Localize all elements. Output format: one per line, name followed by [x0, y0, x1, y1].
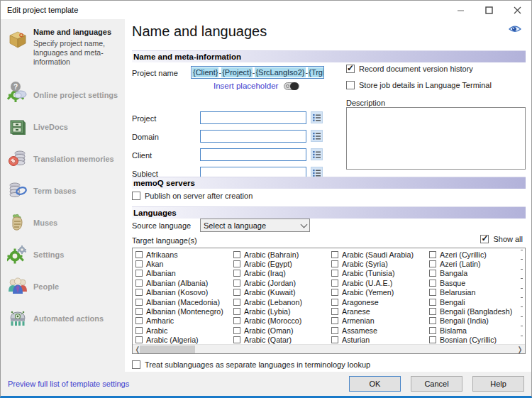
language-option[interactable]: Arabic — [135, 326, 233, 335]
store-job-row[interactable]: Store job details in Language Terminal — [346, 81, 492, 89]
language-option[interactable]: Azeri (Cyrillic) — [429, 250, 525, 259]
description-textarea[interactable] — [346, 107, 526, 170]
language-checkbox[interactable] — [135, 299, 143, 306]
language-checkbox[interactable] — [331, 280, 338, 287]
record-version-checkbox[interactable] — [346, 65, 355, 73]
language-checkbox[interactable] — [135, 270, 143, 277]
language-checkbox[interactable] — [233, 317, 240, 324]
language-option[interactable]: Albanian (Kosovo) — [135, 288, 233, 297]
language-checkbox[interactable] — [233, 251, 240, 258]
language-checkbox[interactable] — [331, 317, 338, 324]
close-button[interactable] — [503, 1, 531, 19]
client-field-input[interactable] — [200, 148, 306, 161]
language-checkbox[interactable] — [135, 317, 143, 324]
sidebar-item-term-bases[interactable]: Term bases — [1, 175, 125, 206]
language-option[interactable]: Amharic — [135, 316, 233, 326]
sidebar-item-people[interactable]: People — [1, 270, 125, 302]
language-option[interactable]: Albanian (Albania) — [135, 278, 233, 287]
sublanguages-checkbox[interactable] — [132, 360, 140, 369]
target-language-listbox[interactable]: Afrikaans Akan Albanian — [132, 248, 526, 354]
language-checkbox[interactable] — [135, 289, 143, 296]
language-checkbox[interactable] — [331, 260, 338, 267]
language-option[interactable]: Arabic (Qatar) — [233, 336, 331, 344]
language-option[interactable]: Akan — [135, 259, 233, 268]
language-checkbox[interactable] — [233, 280, 240, 287]
sidebar-item-settings[interactable]: Settings — [1, 238, 125, 270]
domain-field-input[interactable] — [200, 130, 306, 143]
language-checkbox[interactable] — [331, 251, 338, 258]
sidebar-item-livedocs[interactable]: LiveDocs — [1, 111, 125, 143]
maximize-button[interactable] — [475, 1, 503, 19]
language-checkbox[interactable] — [429, 260, 436, 267]
publish-server-checkbox[interactable] — [132, 192, 140, 200]
language-option[interactable]: Albanian (Montenegro) — [135, 306, 233, 316]
language-checkbox[interactable] — [429, 289, 436, 296]
language-option[interactable]: Bengali (India) — [429, 316, 525, 326]
sidebar-item-muses[interactable]: Muses — [1, 206, 125, 238]
horizontal-scrollbar[interactable]: ❬ ❭ — [133, 344, 525, 353]
sidebar-item-name-and-languages[interactable]: Name and languages Specify project name,… — [1, 25, 125, 79]
language-option[interactable]: Arabic (Yemen) — [331, 288, 429, 297]
language-option[interactable]: Arabic (Bahrain) — [233, 250, 331, 259]
language-checkbox[interactable] — [331, 299, 338, 306]
language-checkbox[interactable] — [331, 289, 338, 296]
language-option[interactable]: Arabic (Egypt) — [233, 259, 331, 268]
language-checkbox[interactable] — [331, 327, 338, 334]
language-option[interactable]: Basque — [429, 278, 525, 287]
language-option[interactable]: Arabic (Oman) — [233, 326, 331, 335]
language-checkbox[interactable] — [233, 336, 240, 343]
language-option[interactable]: Arabic (Iraq) — [233, 269, 331, 278]
language-option[interactable]: Afrikaans — [135, 250, 233, 259]
language-checkbox[interactable] — [233, 289, 240, 296]
language-option[interactable]: Aranese — [331, 306, 429, 316]
language-checkbox[interactable] — [233, 299, 240, 306]
language-checkbox[interactable] — [429, 280, 436, 287]
language-option[interactable]: Assamese — [331, 326, 429, 335]
language-checkbox[interactable] — [135, 280, 143, 287]
project-name-input[interactable]: {Client}-{Project}-{SrcLangIso2}-{TrgL — [191, 66, 324, 79]
language-option[interactable]: Armenian — [331, 316, 429, 326]
client-list-picker-button[interactable] — [311, 148, 323, 160]
language-option[interactable]: Bosnian (Cyrillic) — [429, 336, 525, 344]
ok-button[interactable]: OK — [349, 376, 401, 392]
preview-eye-icon[interactable] — [509, 25, 521, 35]
language-option[interactable]: Bangala — [429, 269, 525, 278]
language-option[interactable]: Aragonese — [331, 297, 429, 306]
language-checkbox[interactable] — [331, 336, 338, 343]
language-option[interactable]: Bengali — [429, 297, 525, 306]
language-option[interactable]: Arabic (Algeria) — [135, 336, 233, 344]
language-option[interactable]: Arabic (Syria) — [331, 259, 429, 268]
scroll-right-icon[interactable]: ❭ — [515, 346, 525, 353]
scrollbar-thumb[interactable] — [140, 346, 195, 353]
language-checkbox[interactable] — [429, 270, 436, 277]
language-option[interactable]: Asturian — [331, 336, 429, 344]
language-option[interactable]: Albanian — [135, 269, 233, 278]
domain-list-picker-button[interactable] — [311, 130, 323, 142]
language-checkbox[interactable] — [135, 260, 143, 267]
language-checkbox[interactable] — [429, 317, 436, 324]
language-option[interactable]: Arabic (Lybia) — [233, 306, 331, 316]
language-checkbox[interactable] — [135, 251, 143, 258]
language-checkbox[interactable] — [233, 327, 240, 334]
language-checkbox[interactable] — [429, 299, 436, 306]
source-language-dropdown[interactable]: Select a language — [200, 219, 310, 232]
language-checkbox[interactable] — [429, 251, 436, 258]
language-option[interactable]: Arabic (Tunisia) — [331, 269, 429, 278]
language-checkbox[interactable] — [233, 270, 240, 277]
language-option[interactable]: Bengali (Bangladesh) — [429, 306, 525, 316]
language-checkbox[interactable] — [135, 336, 143, 343]
language-option[interactable]: Arabic (Lebanon) — [233, 297, 331, 306]
language-checkbox[interactable] — [331, 308, 338, 315]
show-all-checkbox[interactable] — [480, 235, 489, 243]
sublanguages-row[interactable]: Treat sublanguages as separate languages… — [132, 360, 370, 369]
insert-placeholder-toggle[interactable] — [284, 82, 299, 90]
language-option[interactable]: Arabic (Jordan) — [233, 278, 331, 287]
help-button[interactable]: Help — [472, 376, 524, 392]
sidebar-item-translation-memories[interactable]: Translation memories — [1, 143, 125, 175]
language-option[interactable]: Arabic (Kuwait) — [233, 288, 331, 297]
store-job-checkbox[interactable] — [346, 81, 355, 89]
language-option[interactable]: Albanian (Macedonia) — [135, 297, 233, 306]
preview-template-settings-link[interactable]: Preview full list of template settings — [8, 380, 129, 388]
show-all-row[interactable]: Show all — [480, 235, 523, 243]
language-checkbox[interactable] — [429, 308, 436, 315]
